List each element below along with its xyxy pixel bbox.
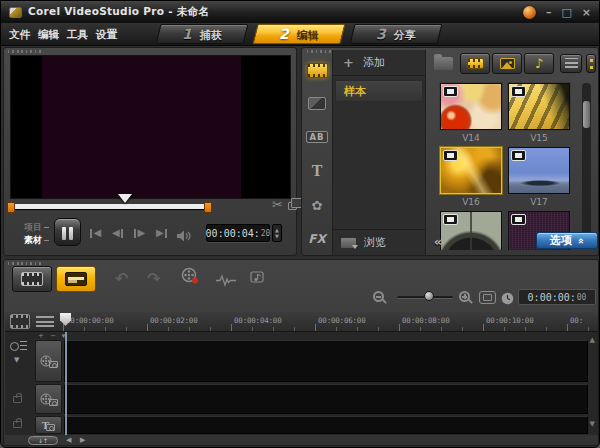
volume-icon[interactable] <box>176 227 191 246</box>
go-end-button[interactable]: ▶ <box>156 228 167 238</box>
mode-project-label[interactable]: 项目 <box>24 221 49 234</box>
record-capture-icon[interactable] <box>180 267 200 289</box>
folder-icon[interactable] <box>434 57 453 70</box>
corel-guide-icon[interactable] <box>523 6 536 19</box>
media-gallery: ♪ V14 V15 V16 V17 « 选项 » <box>426 48 600 257</box>
thumbnail-v17[interactable] <box>508 147 570 194</box>
music-note-icon: ♪ <box>535 57 543 70</box>
filter-video-button[interactable] <box>460 53 490 74</box>
enlarge-preview-icon[interactable] <box>288 202 297 210</box>
nav-filter-button[interactable]: FX <box>302 224 332 254</box>
close-button[interactable]: × <box>582 7 591 18</box>
thumbnail-v15[interactable] <box>508 83 570 130</box>
menu-settings[interactable]: 设置 <box>96 28 117 42</box>
scroll-up-icon[interactable]: ▲ <box>590 337 595 344</box>
browse-button[interactable]: 浏览 <box>333 229 425 255</box>
camera-icon <box>49 361 58 368</box>
track-mini-tools[interactable]: + − ▾ <box>38 333 65 340</box>
undo-button[interactable]: ↶ <box>115 269 128 288</box>
ripple-lock-title-icon[interactable] <box>13 421 22 428</box>
nav-instant-project-button[interactable] <box>302 88 332 118</box>
options-button[interactable]: 选项 » <box>536 232 598 249</box>
thumbnail-grid: V14 V15 V16 V17 <box>426 78 582 250</box>
sort-button[interactable] <box>586 54 596 73</box>
library-list: + 添加 样本 浏览 <box>332 50 426 255</box>
collapse-library-button[interactable]: « <box>428 233 448 250</box>
fit-timeline-icon[interactable] <box>479 291 496 304</box>
storyboard-icon <box>21 272 43 286</box>
mode-clip-label[interactable]: 素材 <box>24 234 49 247</box>
chevron-up-icon: » <box>576 237 586 243</box>
sound-mixer-icon[interactable] <box>216 272 236 291</box>
video-track[interactable] <box>64 340 588 382</box>
split-clip-icon[interactable]: ✂ <box>272 197 283 212</box>
title-t-icon: T <box>312 162 323 180</box>
ripple-lock-overlay-icon[interactable] <box>13 396 22 403</box>
add-folder-button[interactable]: + 添加 <box>333 50 425 76</box>
tab-share[interactable]: 3分享 <box>350 24 443 44</box>
nav-graphic-button[interactable]: ✿ <box>302 190 332 220</box>
add-track-icon[interactable]: + <box>38 333 44 340</box>
camera-icon <box>46 424 55 431</box>
library-folder-sample[interactable]: 样本 <box>335 80 423 102</box>
filter-photo-button[interactable] <box>492 53 522 74</box>
scroll-right-icon[interactable]: ▶ <box>80 437 85 444</box>
nav-transition-button[interactable]: AB <box>302 122 332 152</box>
tab-capture[interactable]: 1捕获 <box>156 24 249 44</box>
swap-tracks-button[interactable]: ↓↑ <box>28 436 58 445</box>
go-start-button[interactable]: ◀ <box>90 228 101 238</box>
next-frame-button[interactable]: ▶ <box>134 228 145 238</box>
scrubber-bar[interactable] <box>10 204 211 209</box>
thumbnail-v16-selected[interactable] <box>440 147 502 194</box>
zoom-out-icon[interactable] <box>373 291 384 302</box>
nav-title-button[interactable]: T <box>302 156 332 186</box>
thumbnail-v18[interactable] <box>440 211 502 250</box>
panel-grip[interactable] <box>8 50 42 53</box>
timeline-ruler[interactable]: 00:00:00:00 00:00:02:00 00:00:04:00 00:0… <box>5 312 598 332</box>
timeline-playhead-line[interactable] <box>65 332 67 435</box>
clip-badge-icon <box>443 214 458 225</box>
storyboard-view-button[interactable] <box>12 266 52 292</box>
clock-icon[interactable] <box>501 290 514 309</box>
list-view-button[interactable] <box>560 54 582 73</box>
gallery-scrollbar[interactable] <box>582 83 591 245</box>
menu-edit[interactable]: 编辑 <box>38 28 59 42</box>
scroll-down-icon[interactable]: ▼ <box>590 421 595 428</box>
title-track-header[interactable]: T <box>35 416 62 434</box>
trim-handle-start[interactable] <box>7 202 15 213</box>
tab-edit[interactable]: 2编辑 <box>253 24 346 44</box>
remove-track-icon[interactable]: − <box>50 333 56 340</box>
track-manager-icon[interactable] <box>10 314 30 329</box>
menu-file[interactable]: 文件 <box>9 28 30 42</box>
nav-media-button[interactable] <box>302 55 332 85</box>
minimize-button[interactable]: – <box>546 7 552 18</box>
title-track[interactable] <box>64 416 588 434</box>
zoom-slider-handle[interactable] <box>424 291 434 301</box>
video-track-header[interactable] <box>35 340 62 382</box>
chevron-down-icon[interactable]: ▼ <box>14 356 19 364</box>
preview-playhead[interactable] <box>118 194 132 203</box>
track-list-icon[interactable] <box>36 316 54 328</box>
menu-tools[interactable]: 工具 <box>67 28 88 42</box>
scroll-left-icon[interactable]: ◀ <box>66 437 71 444</box>
prev-frame-button[interactable]: ◀ <box>112 228 123 238</box>
ripple-editing-all-icon[interactable] <box>10 340 27 352</box>
thumbnail-v14[interactable] <box>440 83 502 130</box>
video-filmstrip-icon <box>467 58 484 69</box>
scrollbar-thumb[interactable] <box>583 101 590 128</box>
browse-icon <box>341 238 356 248</box>
preview-timecode[interactable]: 00:00:04:20 <box>206 224 270 242</box>
auto-music-icon[interactable] <box>250 270 268 289</box>
timeline-view-button[interactable] <box>56 266 96 292</box>
overlay-track-header[interactable] <box>35 384 62 414</box>
overlay-track[interactable] <box>64 384 588 414</box>
panel-grip[interactable] <box>8 262 42 265</box>
filter-audio-button[interactable]: ♪ <box>524 53 554 74</box>
zoom-in-icon[interactable] <box>459 291 470 302</box>
timecode-spinner[interactable]: ▲▼ <box>272 224 282 242</box>
redo-button[interactable]: ↷ <box>147 269 160 288</box>
maximize-button[interactable]: □ <box>561 7 571 18</box>
timeline-timecode[interactable]: 0:00:00:00 <box>518 289 596 305</box>
play-pause-button[interactable] <box>54 218 81 246</box>
trim-handle-end[interactable] <box>204 202 212 213</box>
